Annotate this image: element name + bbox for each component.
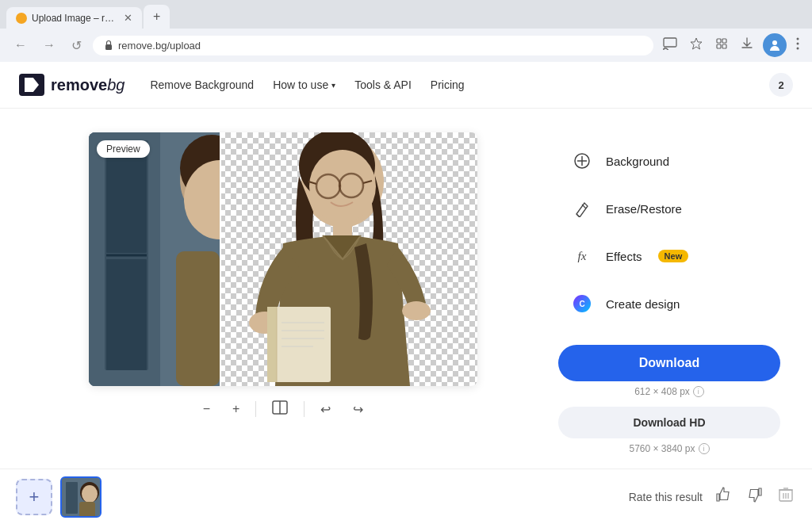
- add-image-button[interactable]: +: [16, 479, 52, 515]
- svg-rect-8: [722, 44, 726, 48]
- original-photo-overlay: [89, 132, 220, 386]
- add-icon: +: [29, 487, 40, 507]
- site-nav: removebg Remove Background How to use ▾ …: [0, 62, 812, 109]
- download-size-info: 612 × 408 px i: [634, 386, 704, 397]
- effects-tool-icon: fx: [569, 243, 595, 269]
- nav-back-button[interactable]: ←: [10, 35, 32, 55]
- delete-result-button[interactable]: [776, 484, 796, 510]
- svg-rect-22: [176, 251, 220, 386]
- split-view-button[interactable]: [266, 397, 294, 421]
- download-hd-button[interactable]: Download HD: [558, 407, 780, 438]
- split-view-icon: [272, 400, 288, 415]
- nav-forward-button[interactable]: →: [38, 35, 60, 55]
- nav-tools-api[interactable]: Tools & API: [354, 78, 412, 91]
- svg-point-25: [309, 150, 376, 223]
- tab-close-button[interactable]: ✕: [124, 12, 132, 24]
- svg-point-33: [402, 301, 431, 320]
- back-icon: ←: [14, 38, 27, 52]
- trash-icon: [779, 487, 793, 503]
- effects-tool-badge: New: [658, 250, 689, 262]
- image-thumbnail[interactable]: [60, 476, 102, 518]
- download-info-icon[interactable]: i: [693, 386, 704, 397]
- svg-rect-17: [106, 259, 147, 370]
- download-browser-icon: [741, 37, 753, 50]
- controls-divider-2: [304, 401, 304, 417]
- download-button-label: Download: [639, 356, 699, 369]
- download-hd-info-icon[interactable]: i: [699, 443, 710, 454]
- transparent-image-half: [220, 132, 477, 386]
- puzzle-icon: [715, 37, 728, 50]
- effects-tool-label: Effects: [606, 250, 642, 263]
- notification-count: 2: [778, 79, 783, 91]
- download-hd-size-text: 5760 × 3840 px: [629, 443, 695, 454]
- new-tab-icon: +: [153, 10, 160, 24]
- zoom-in-button[interactable]: +: [226, 399, 246, 419]
- logo-icon: [19, 74, 44, 96]
- create-design-tool[interactable]: C Create design: [558, 281, 780, 326]
- thumbs-down-icon: [747, 487, 763, 503]
- svg-rect-1: [105, 44, 112, 50]
- zoom-out-icon: −: [203, 402, 210, 415]
- cast-button[interactable]: [660, 34, 680, 56]
- logo[interactable]: removebg: [19, 74, 124, 96]
- download-size-text: 612 × 408 px: [634, 386, 690, 397]
- svg-point-9: [772, 40, 777, 45]
- address-bar[interactable]: remove.bg/upload: [93, 36, 653, 55]
- undo-icon: ↩: [320, 403, 331, 416]
- sidebar-tools: Background Erase/Restore fx Effects New: [558, 132, 780, 454]
- menu-icon: [796, 37, 799, 50]
- svg-rect-35: [267, 307, 277, 382]
- download-browser-button[interactable]: [737, 34, 756, 56]
- background-tool-icon: [569, 148, 595, 174]
- original-image-half: [89, 132, 220, 386]
- browser-actions: [660, 33, 802, 57]
- address-text: remove.bg/upload: [118, 40, 201, 52]
- erase-tool[interactable]: Erase/Restore: [558, 186, 780, 231]
- logo-text: removebg: [51, 76, 124, 94]
- zoom-out-button[interactable]: −: [197, 399, 216, 419]
- erase-tool-icon: [569, 196, 595, 221]
- tab-favicon: [16, 13, 27, 24]
- preview-label[interactable]: Preview: [97, 140, 150, 158]
- nav-remove-background[interactable]: Remove Background: [150, 78, 254, 91]
- redo-button[interactable]: ↪: [347, 399, 370, 420]
- svg-point-11: [797, 43, 799, 45]
- profile-button[interactable]: [763, 33, 787, 57]
- nav-pricing-label: Pricing: [431, 78, 465, 91]
- refresh-icon: ↺: [71, 39, 82, 52]
- nav-remove-bg-label: Remove Background: [150, 78, 254, 91]
- new-tab-button[interactable]: +: [144, 5, 170, 29]
- nav-how-to-use[interactable]: How to use ▾: [273, 78, 335, 91]
- browser-tabs: Upload Image – remove.bg ✕ +: [6, 5, 806, 29]
- bottom-bar: + Rate this result: [0, 469, 812, 524]
- zoom-in-icon: +: [232, 402, 239, 415]
- background-tool[interactable]: Background: [558, 139, 780, 183]
- background-tool-label: Background: [606, 155, 669, 168]
- controls-divider: [255, 401, 256, 417]
- page: removebg Remove Background How to use ▾ …: [0, 62, 812, 522]
- nav-pricing[interactable]: Pricing: [431, 78, 465, 91]
- preview-text: Preview: [106, 143, 140, 155]
- effects-tool[interactable]: fx Effects New: [558, 234, 780, 278]
- create-design-tool-icon: C: [569, 291, 595, 316]
- svg-point-3: [663, 48, 665, 50]
- svg-marker-4: [691, 38, 702, 49]
- notification-badge[interactable]: 2: [769, 73, 793, 97]
- browser-chrome: Upload Image – remove.bg ✕ +: [0, 0, 812, 29]
- download-hd-label: Download HD: [634, 416, 706, 429]
- menu-button[interactable]: [793, 34, 802, 56]
- active-tab[interactable]: Upload Image – remove.bg ✕: [6, 7, 142, 29]
- split-divider: [220, 132, 221, 386]
- cast-icon: [663, 37, 677, 50]
- svg-rect-6: [722, 39, 726, 43]
- tab-title: Upload Image – remove.bg: [32, 13, 119, 24]
- bookmark-button[interactable]: [687, 34, 706, 56]
- nav-right: 2: [769, 73, 793, 97]
- extensions-button[interactable]: [712, 34, 731, 56]
- nav-refresh-button[interactable]: ↺: [67, 35, 86, 56]
- thumbs-down-button[interactable]: [744, 484, 766, 510]
- undo-button[interactable]: ↩: [314, 399, 337, 420]
- redo-icon: ↪: [353, 403, 363, 416]
- thumbs-up-button[interactable]: [712, 484, 734, 510]
- download-button[interactable]: Download: [558, 345, 780, 381]
